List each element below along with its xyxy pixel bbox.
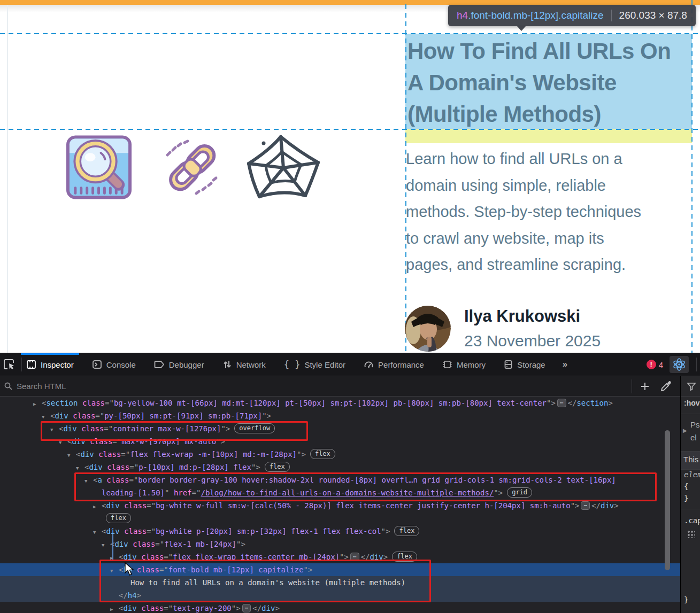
pseudo-class-toggle[interactable]: :hov	[684, 399, 700, 407]
markup-row[interactable]: ▼<div class="flex flex-wrap -m-[10px] md…	[0, 448, 680, 461]
tab-console[interactable]: Console	[91, 353, 137, 376]
markup-row[interactable]: ▼<div class="max-w-[970px] mx-auto">	[0, 435, 680, 448]
markup-token: section	[46, 399, 78, 407]
expand-twisty-icon[interactable]: ▼	[50, 423, 59, 436]
markup-token: div	[63, 424, 76, 433]
markup-row[interactable]: ▼<div class="bg-white p-[20px] sm:p-[32p…	[0, 525, 680, 538]
eyedropper-button[interactable]	[659, 380, 672, 393]
expand-twisty-icon[interactable]: ▶	[110, 552, 119, 564]
markup-token: div	[106, 501, 119, 510]
markup-row[interactable]: ▶<section class="bg-yellow-100 mt-[66px]…	[0, 397, 680, 409]
twisty-icon[interactable]: ▶	[683, 428, 687, 433]
tab-style-editor[interactable]: { } Style Editor	[283, 353, 347, 376]
markup-scrollbar[interactable]	[665, 430, 670, 570]
pseudo-elements-label[interactable]: Ps	[690, 420, 700, 429]
markup-token: ">	[297, 450, 306, 459]
markup-row[interactable]: flex	[0, 512, 680, 525]
tab-label: Network	[236, 360, 266, 369]
flex-badge[interactable]: flex	[394, 526, 419, 536]
tab-label: Debugger	[169, 360, 204, 369]
infobar-dimensions: 260.033 × 87.8	[619, 10, 687, 21]
markup-token: ">	[232, 604, 241, 612]
expand-twisty-icon[interactable]: ▶	[93, 500, 102, 513]
flex-badge[interactable]: flex	[310, 449, 335, 459]
markup-token: h4	[128, 591, 137, 600]
flex-badge[interactable]: flex	[106, 513, 131, 523]
markup-token: ">	[221, 424, 230, 433]
markup-token: class	[102, 476, 129, 484]
flex-badge[interactable]: flex	[392, 552, 417, 562]
collapsed-ellipsis-badge[interactable]: ⋯	[581, 501, 590, 510]
markup-row[interactable]: ▼<div class="p-[10px] md:p-[28px] flex">…	[0, 461, 680, 474]
markup-token: ="	[147, 527, 156, 536]
element-style-selector[interactable]: elem	[684, 470, 700, 479]
expand-twisty-icon[interactable]: ▼	[102, 539, 110, 552]
markup-token: ="	[192, 488, 201, 497]
expand-twisty-icon[interactable]: ▼	[42, 410, 50, 423]
markup-token: ="	[147, 501, 156, 510]
more-tabs-button[interactable]: »	[563, 359, 566, 370]
markup-row[interactable]: How to find all URLs on a domain's websi…	[0, 576, 680, 589]
this-element-label: This	[683, 455, 698, 464]
chain-link-icon	[158, 135, 226, 201]
markup-row[interactable]: ▼<div class="flex-1 mb-[24px]">	[0, 538, 680, 550]
markup-search-bar[interactable]: Search HTML	[0, 376, 680, 397]
overflow-badge[interactable]: overflow	[234, 423, 275, 433]
markup-token: </	[361, 553, 370, 561]
storage-icon	[504, 360, 513, 369]
markup-row[interactable]: ▼<div class="py-[50px] sm:pt-[91px] sm:p…	[0, 409, 680, 422]
markup-token: ">	[571, 501, 580, 510]
markup-row[interactable]: ▶<div class="text-gray-200">⋯</div>	[0, 602, 680, 613]
markup-token: How to find all URLs on a domain's websi…	[130, 578, 405, 587]
tab-performance[interactable]: Performance	[363, 353, 425, 376]
markup-row[interactable]: ▼<a class="border border-gray-100 hover:…	[0, 474, 680, 486]
margin-highlight-overlay	[405, 129, 692, 143]
tab-debugger[interactable]: Debugger	[153, 353, 205, 376]
flex-badge[interactable]: flex	[265, 462, 290, 472]
rules-separator	[681, 414, 700, 414]
expand-twisty-icon[interactable]: ▼	[67, 449, 76, 462]
markup-tree[interactable]: ▶<section class="bg-yellow-100 mt-[66px]…	[0, 397, 680, 613]
markup-row[interactable]: ▼<div class="container max-w-[1276px]">o…	[0, 422, 680, 435]
collapsed-ellipsis-badge[interactable]: ⋯	[242, 604, 251, 612]
expand-twisty-icon[interactable]: ▼	[84, 475, 93, 487]
markup-token: </	[119, 591, 128, 600]
tab-inspector[interactable]: Inspector	[25, 353, 75, 376]
collapsed-ellipsis-badge[interactable]: ⋯	[557, 399, 566, 407]
capitalize-rule-selector[interactable]: .cap	[684, 516, 700, 525]
error-badge[interactable]: ! 4	[647, 360, 663, 369]
collapsed-ellipsis-badge[interactable]: ⋯	[350, 553, 359, 561]
expand-twisty-icon[interactable]: ▼	[93, 526, 102, 539]
markup-row[interactable]: leading-[1.50]" href="/blog/how-to-find-…	[0, 486, 680, 499]
expand-twisty-icon[interactable]: ▼	[59, 436, 67, 449]
markup-token: bg-white p-[20px] sm:p-[32px] flex-1 fle…	[156, 527, 381, 536]
atom-extension-icon[interactable]	[670, 356, 689, 373]
card-description: Learn how to find all URLs on a domain u…	[406, 146, 697, 278]
filter-styles-icon[interactable]	[687, 382, 696, 391]
grid-badge[interactable]: grid	[507, 487, 532, 498]
markup-row[interactable]: </h4>	[0, 589, 680, 602]
markup-row[interactable]: ▶<div class="bg-white w-full sm:w-[calc(…	[0, 499, 680, 512]
add-node-button[interactable]	[635, 381, 655, 392]
markup-token: ="	[121, 450, 130, 459]
markup-token: ">	[236, 540, 245, 548]
markup-token: div	[80, 450, 94, 459]
markup-row[interactable]: ▼<h4 class="font-bold mb-[12px] capitali…	[0, 563, 680, 576]
pseudo-elements-label[interactable]: el	[690, 433, 697, 442]
tab-network[interactable]: Network	[221, 353, 267, 376]
markup-token: ">	[262, 412, 271, 420]
tab-memory[interactable]: Memory	[441, 353, 487, 376]
markup-token: class	[137, 553, 164, 561]
markup-token: section	[576, 399, 608, 407]
markup-row[interactable]: ▶<div class="flex flex-wrap items-center…	[0, 550, 680, 563]
expand-twisty-icon[interactable]: ▼	[110, 564, 119, 577]
network-icon	[222, 360, 232, 369]
tab-storage[interactable]: Storage	[503, 353, 547, 376]
expand-twisty-icon[interactable]: ▶	[33, 398, 42, 410]
markup-token: ">	[494, 488, 503, 497]
card-title[interactable]: How To Find All URLs On A Domain's Websi…	[407, 35, 696, 130]
expand-twisty-icon[interactable]: ▶	[110, 603, 119, 613]
author-name: Ilya Krukowski	[464, 307, 580, 326]
pick-element-button[interactable]	[0, 353, 18, 376]
expand-twisty-icon[interactable]: ▼	[76, 462, 84, 475]
